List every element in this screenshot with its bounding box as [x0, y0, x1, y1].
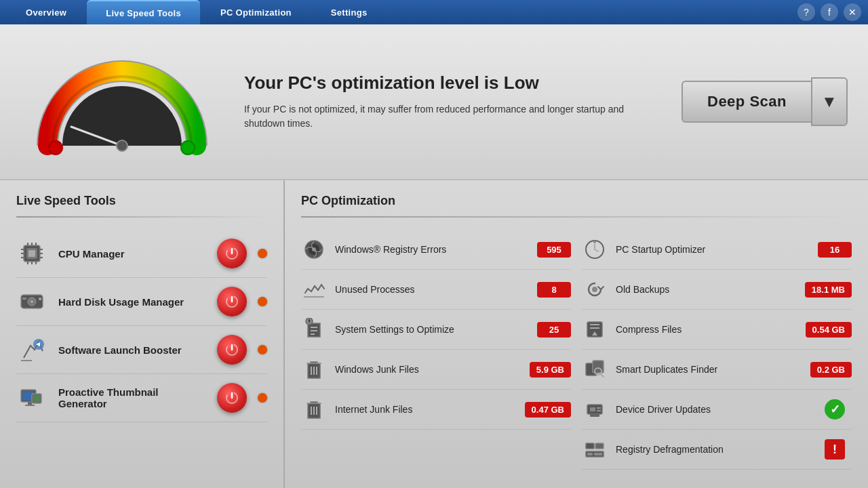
opt-item-startup-optimizer[interactable]: PC Startup Optimizer 16 — [582, 230, 852, 270]
registry-errors-badge: 595 — [537, 242, 571, 258]
hard-disk-power-button[interactable] — [217, 287, 247, 317]
svg-point-49 — [309, 321, 310, 323]
svg-point-2 — [49, 141, 62, 155]
tool-item-software-launch: Software Launch Booster — [16, 326, 267, 374]
old-backups-badge: 18.1 MB — [805, 282, 852, 298]
svg-rect-72 — [590, 414, 599, 417]
svg-rect-69 — [590, 407, 595, 411]
opt-item-windows-junk[interactable]: Windows Junk Files 5.9 GB — [301, 350, 571, 390]
software-launch-status — [258, 345, 267, 354]
hero-text: Your PC's optimization level is Low If y… — [244, 73, 661, 130]
compress-files-label: Compress Files — [616, 323, 797, 336]
opt-item-system-settings[interactable]: System Settings to Optimize 25 — [301, 310, 571, 350]
startup-optimizer-icon — [582, 237, 608, 262]
unused-processes-badge: 8 — [537, 282, 571, 298]
windows-junk-label: Windows Junk Files — [335, 363, 521, 375]
unused-processes-icon — [301, 277, 327, 302]
check-icon: ✓ — [825, 399, 845, 420]
compress-files-badge: 0.54 GB — [806, 322, 852, 338]
svg-rect-76 — [587, 453, 593, 455]
software-launch-power-button[interactable] — [217, 335, 247, 365]
svg-point-3 — [181, 141, 195, 155]
tab-overview[interactable]: Overview — [7, 0, 85, 24]
main-content: Live Speed Tools — [0, 180, 868, 488]
opt-item-duplicates[interactable]: Smart Duplicates Finder 0.2 GB — [582, 350, 852, 390]
internet-junk-badge: 0.47 GB — [525, 402, 571, 418]
device-drivers-badge: ✓ — [818, 396, 852, 422]
software-launch-icon — [16, 334, 47, 365]
thumbnail-generator-label: Proactive Thumbnail Generator — [58, 386, 206, 409]
svg-rect-73 — [586, 443, 594, 449]
registry-errors-label: Windows® Registry Errors — [335, 243, 529, 256]
startup-optimizer-label: PC Startup Optimizer — [616, 243, 810, 256]
thumbnail-generator-icon — [16, 382, 47, 413]
svg-rect-77 — [594, 453, 602, 455]
internet-junk-icon — [301, 396, 327, 422]
hard-disk-icon — [16, 286, 47, 317]
duplicates-label: Smart Duplicates Finder — [616, 363, 802, 375]
internet-junk-label: Internet Junk Files — [335, 403, 517, 415]
opt-item-unused-processes[interactable]: Unused Processes 8 — [301, 270, 571, 310]
close-icon[interactable]: ✕ — [844, 3, 861, 21]
deep-scan-button[interactable]: Deep Scan — [682, 81, 811, 123]
old-backups-label: Old Backups — [616, 283, 797, 296]
thumbnail-generator-power-button[interactable] — [217, 383, 247, 413]
device-drivers-icon — [582, 396, 608, 422]
svg-rect-37 — [33, 395, 40, 402]
system-settings-icon — [301, 317, 327, 342]
facebook-icon[interactable]: f — [821, 3, 838, 21]
hard-disk-status — [258, 297, 267, 306]
tab-pc-optimization[interactable]: PC Optimization — [201, 0, 311, 24]
opt-item-internet-junk[interactable]: Internet Junk Files 0.47 GB — [301, 390, 571, 430]
cpu-manager-label: CPU Manager — [58, 248, 206, 260]
help-icon[interactable]: ? — [797, 3, 815, 21]
tool-item-cpu-manager: CPU Manager — [16, 230, 267, 278]
svg-rect-35 — [25, 405, 35, 406]
svg-line-67 — [601, 374, 604, 377]
tab-live-speed-tools[interactable]: Live Speed Tools — [87, 0, 200, 24]
gauge-container — [20, 47, 224, 156]
opt-item-old-backups[interactable]: Old Backups 18.1 MB — [582, 270, 852, 310]
registry-defrag-badge: ! — [818, 436, 852, 462]
svg-rect-34 — [28, 402, 32, 405]
opt-panel-divider — [301, 216, 852, 218]
thumbnail-generator-status — [258, 393, 267, 403]
startup-optimizer-badge: 16 — [818, 242, 852, 258]
unused-processes-label: Unused Processes — [335, 283, 529, 296]
svg-point-24 — [39, 298, 41, 300]
optimization-title: Your PC's optimization level is Low — [244, 73, 661, 94]
tool-item-hard-disk: Hard Disk Usage Manager — [16, 278, 267, 326]
registry-errors-icon — [301, 237, 327, 262]
opt-item-registry-errors[interactable]: Windows® Registry Errors 595 — [301, 230, 571, 270]
hard-disk-label: Hard Disk Usage Manager — [58, 296, 206, 308]
left-panel: Live Speed Tools — [0, 180, 285, 488]
duplicates-finder-icon — [582, 357, 608, 382]
opt-item-compress-files[interactable]: Compress Files 0.54 GB — [582, 310, 852, 350]
optimization-description: If your PC is not optimized, it may suff… — [244, 102, 661, 131]
top-navigation: Overview Live Speed Tools PC Optimizatio… — [0, 0, 868, 24]
windows-junk-icon — [301, 357, 327, 382]
opt-item-device-drivers[interactable]: Device Driver Updates ✓ — [582, 390, 852, 430]
old-backups-icon — [582, 277, 608, 302]
opt-item-registry-defrag[interactable]: Registry Defragmentation ! — [582, 430, 852, 470]
right-panel: PC Optimization Windows® — [285, 180, 868, 488]
panel-divider — [16, 216, 267, 218]
svg-rect-74 — [595, 443, 604, 449]
tool-item-thumbnail: Proactive Thumbnail Generator — [16, 374, 267, 422]
tab-settings[interactable]: Settings — [312, 0, 387, 24]
scan-dropdown-button[interactable]: ▼ — [811, 77, 848, 126]
system-settings-badge: 25 — [537, 322, 571, 338]
pc-optimization-title: PC Optimization — [301, 194, 852, 208]
system-settings-label: System Settings to Optimize — [335, 323, 529, 336]
optimization-grid: Windows® Registry Errors 595 Unused Proc… — [301, 230, 852, 470]
duplicates-badge: 0.2 GB — [810, 362, 852, 378]
svg-point-1 — [117, 140, 127, 151]
cpu-manager-power-button[interactable] — [217, 239, 247, 268]
svg-point-59 — [593, 241, 596, 243]
warning-icon: ! — [825, 439, 845, 460]
optimization-gauge — [27, 47, 217, 156]
live-speed-tools-title: Live Speed Tools — [16, 194, 267, 208]
svg-point-60 — [592, 287, 597, 292]
software-launch-label: Software Launch Booster — [58, 344, 206, 356]
hero-actions: Deep Scan ▼ — [682, 77, 848, 126]
